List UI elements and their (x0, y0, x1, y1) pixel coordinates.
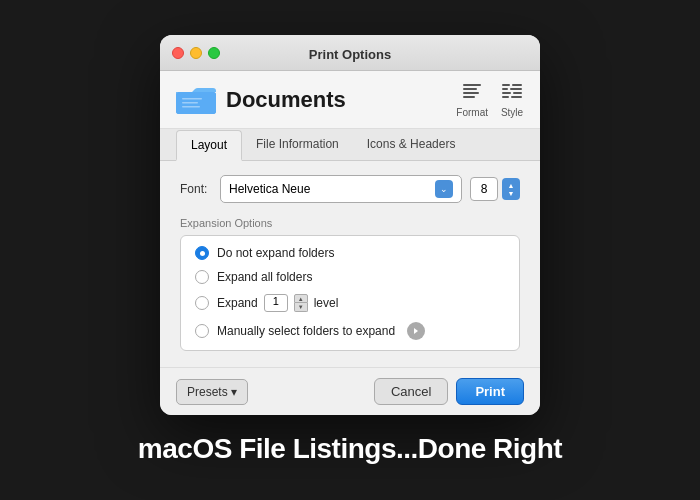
svg-rect-5 (463, 84, 481, 86)
radio-row-no-expand[interactable]: Do not expand folders (195, 246, 505, 260)
style-icon-group[interactable]: Style (500, 81, 524, 118)
svg-rect-15 (502, 96, 509, 98)
font-value: Helvetica Neue (229, 182, 310, 196)
level-step-up[interactable]: ▲ (294, 294, 308, 303)
folder-label: Documents (226, 87, 346, 113)
svg-rect-11 (502, 88, 508, 90)
style-icon (500, 81, 524, 105)
svg-rect-6 (463, 88, 477, 90)
radio-label-manual: Manually select folders to expand (217, 324, 395, 338)
bottom-tagline: macOS File Listings...Done Right (138, 433, 562, 465)
window-title: Print Options (309, 47, 391, 62)
svg-rect-12 (510, 88, 522, 90)
print-button[interactable]: Print (456, 378, 524, 405)
svg-rect-13 (502, 92, 511, 94)
font-select[interactable]: Helvetica Neue ⌄ (220, 175, 462, 203)
radio-label-expand-all: Expand all folders (217, 270, 312, 284)
folder-icon (176, 83, 216, 117)
svg-rect-14 (513, 92, 522, 94)
presets-button[interactable]: Presets ▾ (176, 379, 248, 405)
expansion-options-box: Do not expand folders Expand all folders… (180, 235, 520, 351)
expand-level-stepper[interactable]: ▲ ▼ (294, 294, 308, 312)
svg-rect-4 (182, 106, 200, 108)
radio-label-expand-post: level (314, 296, 339, 310)
svg-rect-3 (182, 102, 198, 104)
dialog-wrapper: Print Options (138, 35, 562, 465)
radio-label-expand-pre: Expand (217, 296, 258, 310)
font-row: Font: Helvetica Neue ⌄ 8 ▲ ▼ (180, 175, 520, 203)
radio-row-manual[interactable]: Manually select folders to expand (195, 322, 505, 340)
minimize-button[interactable] (190, 47, 202, 59)
svg-marker-17 (414, 328, 418, 334)
font-chevron-icon[interactable]: ⌄ (435, 180, 453, 198)
footer: Presets ▾ Cancel Print (160, 367, 540, 415)
style-label: Style (501, 107, 523, 118)
font-label: Font: (180, 182, 212, 196)
level-step-down[interactable]: ▼ (294, 303, 308, 312)
radio-manual[interactable] (195, 324, 209, 338)
radio-no-expand[interactable] (195, 246, 209, 260)
radio-row-expand-all[interactable]: Expand all folders (195, 270, 505, 284)
size-input-group: 8 ▲ ▼ (470, 177, 520, 201)
format-icon-group[interactable]: Format (456, 81, 488, 118)
print-options-dialog: Print Options (160, 35, 540, 415)
manual-arrow-icon[interactable] (407, 322, 425, 340)
format-icon (460, 81, 484, 105)
svg-rect-2 (182, 98, 202, 100)
radio-expand-level[interactable] (195, 296, 209, 310)
tab-icons-headers[interactable]: Icons & Headers (353, 130, 470, 161)
size-input[interactable]: 8 (470, 177, 498, 201)
svg-rect-7 (463, 92, 479, 94)
traffic-lights (172, 47, 220, 59)
cancel-button[interactable]: Cancel (374, 378, 448, 405)
radio-label-no-expand: Do not expand folders (217, 246, 334, 260)
tabs-bar: Layout File Information Icons & Headers (160, 129, 540, 161)
title-bar: Print Options (160, 35, 540, 71)
content-area: Font: Helvetica Neue ⌄ 8 ▲ ▼ Expansion O… (160, 161, 540, 367)
svg-rect-10 (512, 84, 522, 86)
radio-expand-all[interactable] (195, 270, 209, 284)
size-stepper[interactable]: ▲ ▼ (502, 178, 520, 200)
header-left: Documents (176, 83, 346, 117)
maximize-button[interactable] (208, 47, 220, 59)
stepper-up-icon: ▲ (508, 182, 515, 189)
radio-row-expand-level[interactable]: Expand 1 ▲ ▼ level (195, 294, 505, 312)
stepper-down-icon: ▼ (508, 190, 515, 197)
format-label: Format (456, 107, 488, 118)
expand-level-input[interactable]: 1 (264, 294, 288, 312)
header-right: Format Style (456, 81, 524, 118)
dialog-header: Documents Format (160, 71, 540, 129)
svg-rect-9 (502, 84, 510, 86)
close-button[interactable] (172, 47, 184, 59)
tab-layout[interactable]: Layout (176, 130, 242, 161)
svg-rect-16 (511, 96, 522, 98)
expand-level-group: Expand 1 ▲ ▼ level (217, 294, 338, 312)
tab-file-information[interactable]: File Information (242, 130, 353, 161)
footer-buttons: Cancel Print (374, 378, 524, 405)
svg-rect-8 (463, 96, 475, 98)
expansion-section-label: Expansion Options (180, 217, 520, 229)
